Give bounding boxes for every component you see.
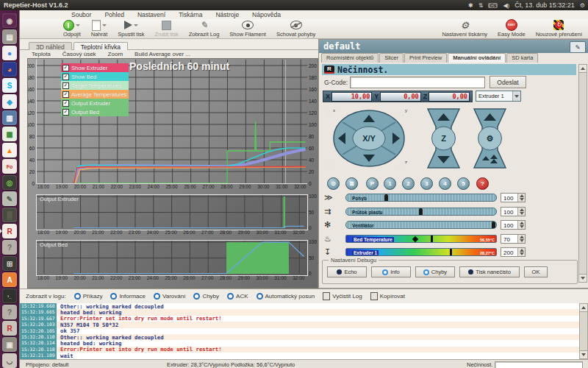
park-button[interactable]: P [366, 177, 379, 190]
toolbar-button-load[interactable]: Nahrát [86, 19, 113, 38]
launcher-file-manager[interactable]: ▤ [2, 29, 17, 44]
spin-down-icon[interactable] [520, 225, 524, 228]
toolbar-button-connect[interactable]: Odpojit [58, 19, 86, 38]
tab-rozm-st-n-objekt-[interactable]: Rozmístění objektů [321, 53, 379, 63]
debug-toggle-info[interactable]: Info [371, 266, 411, 277]
chart-menu-zoom[interactable]: Zoom [108, 51, 123, 57]
launcher-unknown-app-1[interactable]: ? [2, 240, 17, 255]
dropdown-arrow-icon[interactable] [134, 24, 138, 26]
chart-menu-teplota[interactable]: Teplota [32, 51, 51, 57]
toolbar-button-pencil[interactable]: ✎Zobrazit Log [184, 19, 225, 38]
legend-item[interactable]: ✓Output Extruder [61, 99, 129, 107]
log-scroll-up-icon[interactable] [579, 303, 588, 312]
flowrate-spinbox[interactable]: 100 [501, 207, 526, 216]
bed-temp-target-marker[interactable] [431, 235, 433, 243]
legend-checkbox[interactable]: ✓ [62, 82, 69, 89]
output-bed-plot[interactable] [36, 240, 308, 276]
legend-checkbox[interactable]: ✓ [62, 65, 69, 71]
launcher-design-tool[interactable]: ✎ [2, 191, 17, 206]
motor-off-button[interactable]: ≣ [345, 177, 358, 190]
legend-checkbox[interactable]: ✓ [62, 109, 69, 116]
toolbar-button-play[interactable]: Spustit tisk [112, 19, 149, 38]
launcher-green-ring-app[interactable]: ◎ [2, 175, 17, 190]
legend-item[interactable]: ✓Show Extruder [61, 63, 129, 72]
extruder-temp-target-marker[interactable] [450, 248, 452, 256]
launcher-kodi[interactable]: ◆ [2, 94, 17, 109]
keyboard-layout-indicator[interactable]: Cs [488, 3, 498, 8]
spin-down-icon[interactable] [520, 252, 524, 255]
launcher-terminal[interactable]: ›_ [2, 289, 17, 303]
flowrate-thumb[interactable] [419, 208, 423, 216]
launcher-calculator[interactable]: ⊞ [2, 256, 17, 271]
panel-scrollbar[interactable] [578, 64, 587, 283]
indicator-applet-icon[interactable]: ✱ [468, 2, 473, 9]
menu-nástroje[interactable]: Nástroje [215, 11, 239, 18]
log-filter-automatick-posun[interactable]: Automatický posun [257, 293, 315, 300]
log-action-kop-rovat[interactable]: Kopírovat [370, 292, 405, 300]
spin-down-icon[interactable] [520, 198, 524, 201]
launcher-repetier-host[interactable]: R [2, 224, 17, 238]
edit-profile-pencil-icon[interactable]: ✎ [570, 41, 586, 53]
toolbar-button-eye[interactable]: Show Filament [224, 19, 271, 38]
spin-down-icon[interactable] [520, 239, 524, 242]
toolbar-button-gears[interactable]: ⚙Nastavení tiskárny [437, 19, 492, 38]
menu-soubor[interactable]: Soubor [71, 11, 91, 18]
spin-up-icon[interactable] [520, 208, 524, 211]
legend-item[interactable]: ✓Target Temperatures [61, 81, 129, 90]
launcher-camo-app[interactable]: ▒ [2, 208, 17, 222]
menu-nastavení[interactable]: Nastavení [137, 11, 165, 18]
gcode-input[interactable] [350, 77, 485, 88]
preset-2[interactable]: 2 [402, 177, 415, 190]
feedrate-spinbox[interactable]: 100 [501, 193, 526, 202]
log-filter-p-kazy[interactable]: Příkazy [74, 293, 103, 300]
power-button[interactable]: ⊙ [327, 177, 340, 190]
menu-nápověda[interactable]: Nápověda [252, 11, 281, 18]
log-scroll-down-icon[interactable] [579, 350, 588, 359]
spin-up-icon[interactable] [520, 222, 524, 224]
preset-1[interactable]: 1 [384, 177, 396, 190]
log-filter-varov-n-[interactable]: Varování [154, 293, 185, 300]
send-gcode-button[interactable]: Odeslat [490, 76, 526, 88]
feedrate-slider[interactable]: Pohyb [345, 194, 497, 202]
toolbar-button-stop[interactable]: Zrušit tisk [150, 19, 184, 38]
tab-slicer[interactable]: Slicer [379, 53, 404, 63]
dropdown-arrow-icon[interactable] [76, 24, 80, 26]
menu-tiskárna[interactable]: Tiskárna [179, 11, 202, 18]
legend-item[interactable]: ✓Show Bed [61, 72, 129, 81]
launcher-libreoffice-calc[interactable]: ▦ [2, 127, 17, 141]
log-scrollbar[interactable] [579, 303, 588, 359]
clock[interactable]: Čt, 13. dub 15:32:21 [514, 1, 575, 9]
launcher-repetier-server[interactable]: R [2, 321, 17, 336]
debug-ok-button[interactable]: OK [524, 266, 548, 277]
home-z-icon[interactable]: ⌂ [398, 159, 404, 170]
launcher-unknown-app-2[interactable]: ? [2, 305, 17, 319]
preset-4[interactable]: 4 [439, 177, 451, 190]
legend-checkbox[interactable]: ✓ [62, 74, 69, 80]
scroll-down-icon[interactable] [578, 274, 587, 283]
chart-menu--asov-sek[interactable]: Časový úsek [62, 51, 96, 57]
spin-up-icon[interactable] [520, 194, 524, 197]
tab-manu-ln-ovl-d-n-[interactable]: Manuální ovládání [448, 53, 506, 63]
scroll-up-icon[interactable] [578, 64, 587, 73]
toolbar-button-emergency[interactable]: ↻Nouzové přerušení [531, 19, 587, 38]
launcher-printer-tool[interactable]: ▣ [2, 337, 17, 352]
volume-icon[interactable]: ◀) [503, 2, 509, 9]
spin-down-icon[interactable] [520, 212, 524, 215]
home-all-icon[interactable]: ⌂ [326, 159, 332, 170]
launcher-skype[interactable]: S [2, 78, 17, 93]
log-filter-chyby[interactable]: Chyby [193, 293, 219, 300]
legend-item[interactable]: ✓Average Temperatures [61, 90, 129, 99]
launcher-libreoffice-writer[interactable]: ▥ [2, 110, 17, 125]
toolbar-button-eye-off[interactable]: Schovat pohyby [271, 19, 320, 38]
launcher-fontforge[interactable]: Fo [2, 159, 17, 174]
fan-thumb[interactable] [492, 222, 495, 229]
log-output[interactable]: 15:32:19.660Other:: working marked decou… [20, 303, 588, 359]
bed-temp-spinbox[interactable]: 70 [501, 234, 526, 244]
menu-pohled[interactable]: Pohled [104, 11, 123, 18]
launcher-vlc[interactable]: ▲ [2, 143, 17, 158]
spin-up-icon[interactable] [520, 236, 524, 238]
extruder-temp-slider[interactable]: Extruder 128,27°C [345, 248, 497, 256]
flowrate-slider[interactable]: Průtok plastu [345, 208, 497, 216]
legend-item[interactable]: ✓Output Bed [61, 107, 129, 116]
spin-up-icon[interactable] [520, 249, 524, 252]
